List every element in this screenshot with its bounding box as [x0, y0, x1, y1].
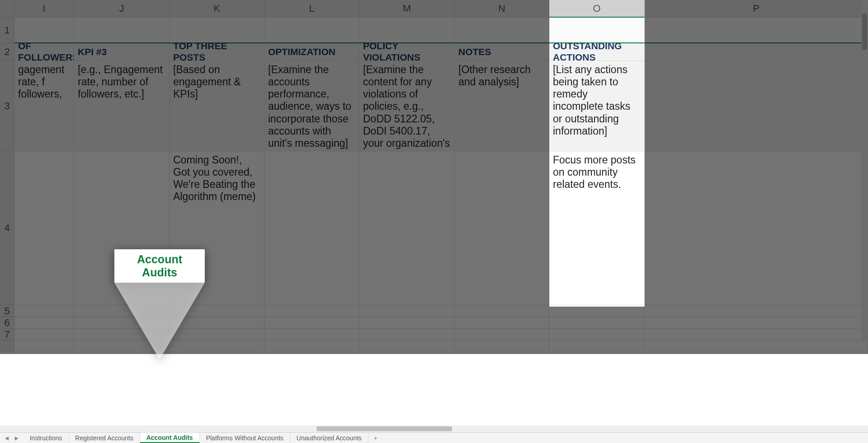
cell-I4[interactable] [14, 151, 74, 305]
row-header-1[interactable]: 1 [0, 18, 14, 43]
cell-O2[interactable]: OUTSTANDING ACTIONS [549, 43, 645, 61]
cell-K2[interactable]: TOP THREE POSTS [170, 43, 264, 61]
cell-L5[interactable] [264, 305, 359, 317]
column-header-P[interactable]: P [645, 0, 868, 18]
cell-M7[interactable] [359, 329, 455, 340]
sheet-tab-registered-accounts[interactable]: Registered Accounts [69, 433, 140, 443]
cell-M4[interactable] [359, 151, 455, 305]
cell-P2[interactable] [645, 43, 868, 61]
cell-I6[interactable] [14, 317, 74, 329]
cell-K1[interactable] [170, 18, 264, 43]
cell-P4[interactable] [645, 151, 868, 305]
cell-J2[interactable]: KPI #3 [74, 43, 170, 61]
column-header-L[interactable]: L [264, 0, 359, 18]
cell-P8[interactable] [645, 340, 868, 352]
row-header-8[interactable] [0, 340, 14, 352]
cell-L6[interactable] [264, 317, 359, 329]
row-header-2[interactable]: 2 [0, 43, 14, 61]
cell-I7[interactable] [14, 329, 74, 340]
vertical-scrollbar-thumb[interactable] [862, 14, 867, 50]
cell-O6[interactable] [549, 317, 645, 329]
vertical-scrollbar[interactable] [861, 0, 868, 342]
cell-L2[interactable]: OPTIMIZATION [264, 43, 359, 61]
row-header-5[interactable]: 5 [0, 305, 14, 317]
callout-account-audits: Account Audits [114, 249, 205, 359]
cell-L4[interactable] [264, 151, 359, 305]
cell-M3[interactable]: [Examine the content for any violations … [359, 61, 455, 151]
sheet-tab-instructions[interactable]: Instructions [24, 433, 69, 443]
cell-N7[interactable] [455, 329, 549, 340]
cell-M8[interactable] [359, 340, 455, 352]
column-header-K[interactable]: K [170, 0, 264, 18]
sheet-tab-bar: ◄ ► InstructionsRegistered AccountsAccou… [0, 432, 868, 443]
cell-M2[interactable]: POLICY VIOLATIONS [359, 43, 455, 61]
column-header-J[interactable]: J [74, 0, 170, 18]
cell-O3[interactable]: [List any actions being taken to remedy … [549, 61, 645, 151]
select-all-corner[interactable] [0, 0, 14, 18]
spreadsheet-view: IJKLMNOP 1234567 OF FOLLOWERSKPI #3TOP T… [0, 0, 868, 443]
cell-J1[interactable] [74, 18, 170, 43]
cell-N1[interactable] [455, 18, 549, 43]
callout-arrow-icon [114, 283, 205, 359]
cell-N8[interactable] [455, 340, 549, 352]
cell-I5[interactable] [14, 305, 74, 317]
sheet-tab-account-audits[interactable]: Account Audits [140, 433, 200, 443]
sheet-tabs: InstructionsRegistered AccountsAccount A… [24, 433, 368, 443]
cell-N5[interactable] [455, 305, 549, 317]
cell-O5[interactable] [549, 305, 645, 317]
callout-label: Account Audits [114, 249, 205, 283]
cell-P6[interactable] [645, 317, 868, 329]
cell-P1[interactable] [645, 18, 868, 43]
column-header-M[interactable]: M [359, 0, 455, 18]
column-header-N[interactable]: N [455, 0, 549, 18]
cell-L8[interactable] [264, 340, 359, 352]
row-header-7[interactable]: 7 [0, 329, 14, 340]
sheet-tab-unauthorized-accounts[interactable]: Unauthorized Accounts [290, 433, 368, 443]
sheet-tab-platforms-without-accounts[interactable]: Platforms Without Accounts [200, 433, 290, 443]
cell-M6[interactable] [359, 317, 455, 329]
cell-N2[interactable]: NOTES [455, 43, 549, 61]
cell-M5[interactable] [359, 305, 455, 317]
horizontal-scrollbar[interactable] [0, 425, 868, 432]
horizontal-scrollbar-thumb[interactable] [316, 426, 452, 431]
cell-K3[interactable]: [Based on engagement & KPIs] [170, 61, 264, 151]
tab-nav-controls: ◄ ► [0, 433, 24, 443]
cell-O7[interactable] [549, 329, 645, 340]
cell-O4[interactable]: Focus more posts on community related ev… [549, 151, 645, 305]
tab-nav-prev-icon[interactable]: ◄ [4, 434, 10, 442]
cell-N3[interactable]: [Other research and analysis] [455, 61, 549, 151]
cell-O8[interactable] [549, 340, 645, 352]
cell-I3[interactable]: gagement rate, f followers, [14, 61, 74, 151]
row-header-6[interactable]: 6 [0, 317, 14, 329]
add-sheet-button[interactable]: + [368, 433, 383, 443]
cell-I8[interactable] [14, 340, 74, 352]
cell-I1[interactable] [14, 18, 74, 43]
cell-I2[interactable]: OF FOLLOWERS [14, 43, 74, 61]
cell-P5[interactable] [645, 305, 868, 317]
tab-nav-next-icon[interactable]: ► [14, 434, 20, 442]
column-headers: IJKLMNOP [14, 0, 868, 18]
cell-P3[interactable] [645, 61, 868, 151]
cell-L1[interactable] [264, 18, 359, 43]
row-header-4[interactable]: 4 [0, 151, 14, 305]
cell-O1[interactable] [549, 18, 645, 43]
column-header-I[interactable]: I [14, 0, 74, 18]
cell-L7[interactable] [264, 329, 359, 340]
cell-P7[interactable] [645, 329, 868, 340]
cell-M1[interactable] [359, 18, 455, 43]
row-header-3[interactable]: 3 [0, 61, 14, 151]
cell-L3[interactable]: [Examine the accounts performance, audie… [264, 61, 359, 151]
row-headers: 1234567 [0, 18, 14, 352]
cell-N4[interactable] [455, 151, 549, 305]
column-header-O[interactable]: O [549, 0, 645, 18]
cell-J3[interactable]: [e.g., Engagement rate, number of follow… [74, 61, 170, 151]
cell-N6[interactable] [455, 317, 549, 329]
